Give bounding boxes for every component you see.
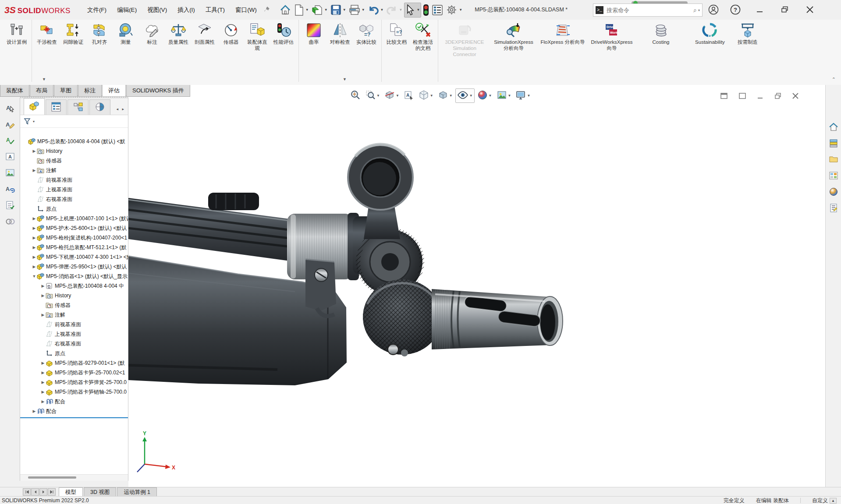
expand-arrow-icon[interactable]: ▶ (32, 149, 37, 153)
expand-arrow-icon[interactable]: ▶ (32, 409, 37, 413)
redo-button[interactable]: ▼ (385, 4, 403, 17)
search-input[interactable] (606, 7, 693, 14)
doc-restore-button[interactable] (774, 92, 782, 101)
dropdown-icon[interactable]: ▼ (396, 94, 399, 98)
save-button[interactable]: ▼ (330, 3, 347, 17)
expand-arrow-icon[interactable]: ▶ (40, 399, 46, 404)
taskpane-design-library-button[interactable] (827, 137, 840, 150)
hole-align-button[interactable]: 孔对齐 (87, 21, 112, 46)
performance-evaluate-button[interactable]: 性能评估 (271, 21, 296, 46)
sensor-button[interactable]: 传感器 (218, 21, 244, 46)
taskpane-view-palette-button[interactable] (827, 170, 840, 182)
expand-arrow-icon[interactable]: ▶ (32, 264, 37, 269)
menu-item-3[interactable]: 视图(V) (143, 4, 171, 16)
clearance-verify-button[interactable]: 间隙验证 (60, 21, 86, 46)
menu-item-6[interactable]: 窗口(W) (231, 4, 261, 16)
window-box-2-button[interactable] (738, 92, 747, 101)
expand-arrow-icon[interactable]: ▶ (32, 236, 37, 240)
taskpane-file-explorer-button[interactable] (827, 154, 840, 166)
assembly-visualize-button[interactable]: 装配体直观 (245, 21, 270, 53)
tree-row-13[interactable]: ▶MP5-下机匣-100407 4-300 1<1> <默 (20, 252, 128, 262)
expand-arrow-icon[interactable]: ▼ (32, 274, 37, 278)
edit-appearance-button[interactable]: ▼ (476, 88, 494, 103)
undo-button[interactable]: ▼ (367, 4, 385, 17)
model-knurled-clamp[interactable] (363, 279, 442, 356)
last-tab-button[interactable] (48, 488, 56, 496)
tree-row-3[interactable]: 传感器 (20, 156, 128, 166)
dropdown-icon[interactable]: ▼ (459, 8, 462, 12)
tree-row-25[interactable]: ▶MP5-消焰器卡笋-25-700.02<1 (20, 368, 128, 377)
tree-row-24[interactable]: ▶MP5-消焰器-9279-001<1> (默 (20, 358, 128, 368)
menu-item-5[interactable]: 工具(T) (201, 4, 229, 16)
home-button[interactable] (279, 3, 292, 17)
text-box-button[interactable]: A (4, 151, 17, 164)
link-rings-button[interactable] (4, 215, 17, 229)
tree-row-27[interactable]: ▶MP5-消焰器卡笋销轴-25-700.0 (20, 387, 128, 397)
design-checker-button[interactable] (4, 199, 17, 212)
doc-minimize-button[interactable] (756, 92, 764, 101)
open-doc-button[interactable]: ▼ (311, 3, 329, 17)
sustainability-button[interactable]: Sustainability (686, 21, 734, 46)
manufacture-on-demand-button[interactable]: 按需制造 (735, 21, 760, 46)
panel-tab-propertymanager[interactable] (46, 99, 67, 115)
panel-tab-displaymanager[interactable] (89, 99, 110, 115)
compare-docs-button[interactable]: =?比较文档 (384, 21, 409, 46)
search-icon[interactable]: ⌕ (693, 7, 697, 14)
spell-check-button[interactable]: A (4, 134, 17, 148)
command-tab-草图[interactable]: 草图 (54, 85, 78, 97)
tree-row-4[interactable]: ▶A注解 (20, 166, 128, 175)
mass-properties-button[interactable]: 质量属性 (166, 21, 191, 46)
expand-arrow-icon[interactable]: ▶ (32, 216, 37, 221)
user-account-button[interactable] (706, 3, 720, 17)
taskpane-resources-home-button[interactable] (827, 121, 840, 134)
model-front-sight-ring[interactable] (348, 145, 413, 210)
solid-compare-button[interactable]: =?实体比较 (354, 21, 379, 46)
dropdown-icon[interactable]: ▼ (324, 8, 328, 12)
pin-icon[interactable] (264, 6, 270, 14)
settings-gear-button[interactable]: ▼ (445, 3, 463, 17)
picture-button[interactable] (4, 167, 17, 180)
model-flash-hider[interactable] (432, 289, 563, 349)
taskpane-custom-properties-button[interactable] (827, 202, 840, 215)
menu-item-1[interactable]: 文件(F) (83, 4, 111, 16)
hide-show-items-button[interactable]: ▼ (455, 88, 475, 103)
tree-row-29[interactable]: ▶配合 (20, 406, 128, 416)
panel-tab-scroll-arrows[interactable]: ◂ ▸ (116, 107, 125, 111)
model-3d[interactable]: Y X (128, 85, 826, 487)
expand-arrow-icon[interactable]: ▶ (40, 380, 46, 384)
select-cursor-button[interactable]: ▼ (404, 3, 421, 18)
symmetry-check-button[interactable]: 对称检查 (327, 21, 353, 46)
first-tab-button[interactable] (23, 488, 31, 496)
new-doc-button[interactable]: ▼ (293, 3, 310, 17)
tree-row-12[interactable]: ▶MP5-枪托总装配-MT-512.1<1> (默 (20, 243, 128, 252)
panel-tab-featuremanager-tree[interactable] (24, 98, 45, 115)
tree-row-2[interactable]: ▶History (20, 146, 128, 156)
tree-row-8[interactable]: 原点 (20, 204, 128, 214)
command-tab-SOLIDWORKS 插件[interactable]: SOLIDWORKS 插件 (126, 85, 190, 97)
window-box-1-button[interactable] (720, 92, 728, 101)
dropdown-icon[interactable]: ▼ (343, 8, 346, 12)
scrollbar-thumb[interactable] (28, 476, 76, 479)
simulationxpress-button[interactable]: SimulationXpress 分析向导 (490, 21, 538, 53)
command-search[interactable]: >_ ⌕ ▾ (593, 4, 703, 17)
dropdown-icon[interactable]: ▼ (399, 8, 402, 12)
format-painter-button[interactable]: A (4, 102, 17, 115)
tree-row-19[interactable]: ▶A注解 (20, 310, 128, 320)
apply-scene-button[interactable]: ▼ (495, 88, 513, 103)
panel-tab-configurationmanager[interactable] (67, 99, 89, 115)
markup-button[interactable]: 标注 (139, 21, 165, 46)
expand-arrow-icon[interactable]: ▶ (32, 168, 37, 173)
menu-item-4[interactable]: 插入(I) (173, 4, 199, 16)
minimize-button[interactable] (753, 3, 767, 17)
dynamic-annotation-views-button[interactable]: A (402, 88, 416, 103)
close-button[interactable] (803, 3, 817, 17)
tree-row-16[interactable]: ▶MP5-总装配-100408 4-004 中 (20, 281, 128, 291)
customize-button[interactable]: 自定义 (812, 497, 828, 504)
restore-button[interactable] (778, 3, 792, 17)
dropdown-icon[interactable]: ▼ (527, 94, 530, 98)
document-tab-3D 视图[interactable]: 3D 视图 (84, 487, 116, 497)
evaluate-list-button[interactable] (431, 3, 444, 17)
command-tab-标注[interactable]: 标注 (78, 85, 102, 97)
dropdown-icon[interactable]: ▼ (449, 94, 453, 98)
dropdown-icon[interactable]: ▼ (305, 8, 309, 12)
